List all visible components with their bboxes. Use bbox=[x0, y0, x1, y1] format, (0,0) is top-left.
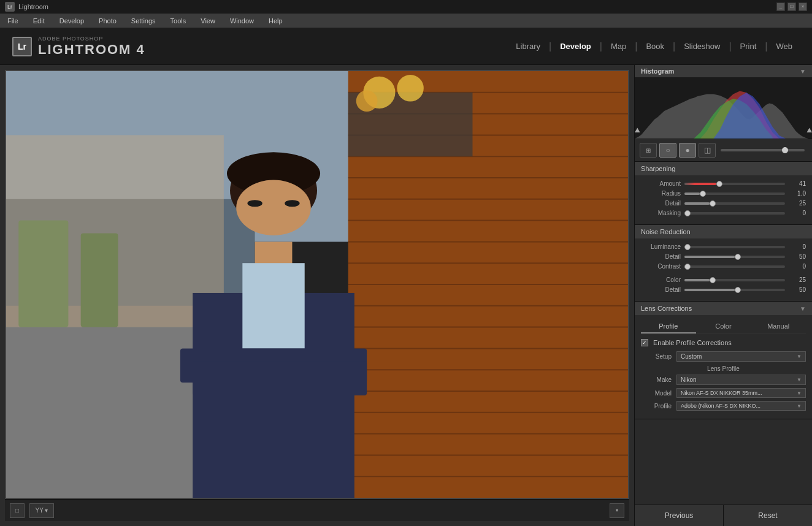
sharpening-header[interactable]: Sharpening bbox=[635, 162, 812, 175]
nr-detail-slider[interactable] bbox=[684, 256, 785, 258]
reset-button[interactable]: Reset bbox=[723, 505, 812, 526]
window-controls[interactable]: _ □ × bbox=[776, 2, 807, 11]
nr-luminance-value: 0 bbox=[789, 243, 806, 250]
lens-corrections-section: Lens Corrections ▼ Profile Color Manual … bbox=[635, 302, 812, 419]
detail-slider[interactable] bbox=[684, 202, 785, 205]
svg-point-38 bbox=[247, 200, 262, 207]
lens-profile-title: Lens Profile bbox=[641, 365, 806, 372]
minimize-button[interactable]: _ bbox=[776, 2, 785, 11]
histogram-title: Histogram bbox=[641, 67, 674, 75]
nav-tabs: Library | Develop | Map | Book | Slidesh… bbox=[508, 39, 800, 53]
svg-point-39 bbox=[285, 200, 299, 207]
main-header: Lr ADOBE PHOTOSHOP LIGHTROOM 4 Library |… bbox=[0, 28, 812, 65]
frame-tool-button[interactable]: □ bbox=[10, 503, 25, 518]
tab-library[interactable]: Library bbox=[508, 39, 548, 53]
lens-corrections-header[interactable]: Lens Corrections ▼ bbox=[635, 302, 812, 315]
model-dropdown[interactable]: Nikon AF-S DX NIKKOR 35mm... ▼ bbox=[676, 388, 806, 398]
radius-slider[interactable] bbox=[684, 192, 785, 195]
histogram-header[interactable]: Histogram ▼ bbox=[635, 65, 812, 77]
photo-panel: □ YY ▾ ▾ bbox=[0, 65, 634, 526]
profile-dropdown[interactable]: Adobe (Nikon AF-S DX NIKKO... ▼ bbox=[676, 401, 806, 411]
square-tool-icon[interactable]: ◫ bbox=[699, 143, 716, 158]
menu-view[interactable]: View bbox=[198, 16, 218, 26]
menu-window[interactable]: Window bbox=[228, 16, 256, 26]
panels-content[interactable]: Sharpening Amount 41 Radius bbox=[635, 162, 812, 505]
tab-map[interactable]: Map bbox=[603, 39, 634, 53]
menu-settings[interactable]: Settings bbox=[129, 16, 158, 26]
noise-reduction-title: Noise Reduction bbox=[641, 228, 691, 235]
menu-bar: File Edit Develop Photo Settings Tools V… bbox=[0, 13, 812, 28]
sharpening-detail-row: Detail 25 bbox=[641, 200, 806, 207]
sharpening-section: Sharpening Amount 41 Radius bbox=[635, 162, 812, 225]
noise-reduction-header[interactable]: Noise Reduction bbox=[635, 225, 812, 238]
menu-tools[interactable]: Tools bbox=[168, 16, 189, 26]
lr-subtitle: ADOBE PHOTOSHOP bbox=[38, 36, 145, 42]
masking-slider[interactable] bbox=[684, 212, 785, 215]
tool-slider[interactable] bbox=[721, 149, 805, 151]
grid-tool-icon[interactable]: ⊞ bbox=[640, 143, 657, 158]
sharpening-masking-row: Masking 0 bbox=[641, 210, 806, 216]
lens-tab-manual[interactable]: Manual bbox=[751, 320, 806, 334]
nr-detail-value: 50 bbox=[789, 253, 806, 260]
profile-label: Profile bbox=[641, 403, 672, 410]
menu-help[interactable]: Help bbox=[266, 16, 285, 26]
svg-rect-37 bbox=[193, 361, 367, 395]
app-icon: Lr bbox=[5, 2, 15, 12]
amount-slider[interactable] bbox=[684, 183, 785, 185]
tab-book[interactable]: Book bbox=[638, 39, 672, 53]
sharpening-radius-row: Radius 1.0 bbox=[641, 190, 806, 197]
model-dropdown-arrow: ▼ bbox=[797, 391, 802, 396]
tab-print[interactable]: Print bbox=[733, 39, 764, 53]
nr-luminance-row: Luminance 0 bbox=[641, 243, 806, 250]
nr-detail-row: Detail 50 bbox=[641, 253, 806, 260]
noise-reduction-body: Luminance 0 Detail bbox=[635, 238, 812, 301]
close-button[interactable]: × bbox=[799, 2, 807, 11]
make-row: Make Nikon ▼ bbox=[641, 375, 806, 385]
histogram-collapse-icon: ▼ bbox=[800, 68, 806, 75]
nr-contrast-label: Contrast bbox=[641, 263, 681, 270]
lens-tab-profile[interactable]: Profile bbox=[641, 320, 696, 334]
setup-dropdown[interactable]: Custom ▼ bbox=[676, 351, 806, 362]
tools-row: ⊞ ○ ● ◫ bbox=[635, 139, 812, 162]
make-dropdown[interactable]: Nikon ▼ bbox=[676, 375, 806, 385]
tab-develop[interactable]: Develop bbox=[553, 39, 599, 53]
menu-file[interactable]: File bbox=[5, 16, 21, 26]
lens-corrections-title: Lens Corrections bbox=[641, 305, 692, 312]
photo-toolbar: □ YY ▾ ▾ bbox=[5, 499, 629, 521]
histogram-chart bbox=[635, 77, 812, 139]
nr-luminance-label: Luminance bbox=[641, 243, 681, 250]
lr-title: LIGHTROOM 4 bbox=[38, 42, 145, 58]
menu-photo[interactable]: Photo bbox=[96, 16, 119, 26]
lens-corrections-body: Profile Color Manual ✓ Enable Profile Co… bbox=[635, 315, 812, 419]
flags-button[interactable]: YY ▾ bbox=[29, 503, 54, 518]
profile-row: Profile Adobe (Nikon AF-S DX NIKKO... ▼ bbox=[641, 401, 806, 411]
nr-color-row: Color 25 bbox=[641, 276, 806, 283]
enable-profile-corrections-label: Enable Profile Corrections bbox=[653, 339, 732, 346]
model-label: Model bbox=[641, 390, 672, 397]
tab-slideshow[interactable]: Slideshow bbox=[676, 39, 727, 53]
expand-button[interactable]: ▾ bbox=[610, 503, 624, 518]
svg-point-33 bbox=[236, 180, 311, 235]
title-bar: Lr Lightroom _ □ × bbox=[0, 0, 812, 13]
sharpening-amount-row: Amount 41 bbox=[641, 180, 806, 187]
menu-develop[interactable]: Develop bbox=[57, 16, 86, 26]
nr-color-slider[interactable] bbox=[684, 279, 785, 281]
circle-tool-icon[interactable]: ○ bbox=[659, 143, 676, 158]
previous-button[interactable]: Previous bbox=[635, 505, 723, 526]
bottom-buttons: Previous Reset bbox=[635, 505, 812, 526]
lens-tab-color[interactable]: Color bbox=[696, 320, 751, 334]
profile-dropdown-arrow: ▼ bbox=[797, 403, 802, 409]
model-row: Model Nikon AF-S DX NIKKOR 35mm... ▼ bbox=[641, 388, 806, 398]
radius-value: 1.0 bbox=[789, 190, 806, 197]
maximize-button[interactable]: □ bbox=[787, 2, 796, 11]
nr-luminance-slider[interactable] bbox=[684, 246, 785, 248]
enable-profile-corrections-checkbox[interactable]: ✓ bbox=[641, 339, 648, 346]
photo-image bbox=[6, 71, 628, 498]
nr-color-detail-slider[interactable] bbox=[684, 289, 785, 291]
tab-web[interactable]: Web bbox=[769, 39, 800, 53]
nr-contrast-slider[interactable] bbox=[684, 265, 785, 268]
dot-tool-icon[interactable]: ● bbox=[679, 143, 696, 158]
histogram-section: Histogram ▼ bbox=[635, 65, 812, 139]
right-panel: Histogram ▼ bbox=[634, 65, 812, 526]
menu-edit[interactable]: Edit bbox=[31, 16, 47, 26]
